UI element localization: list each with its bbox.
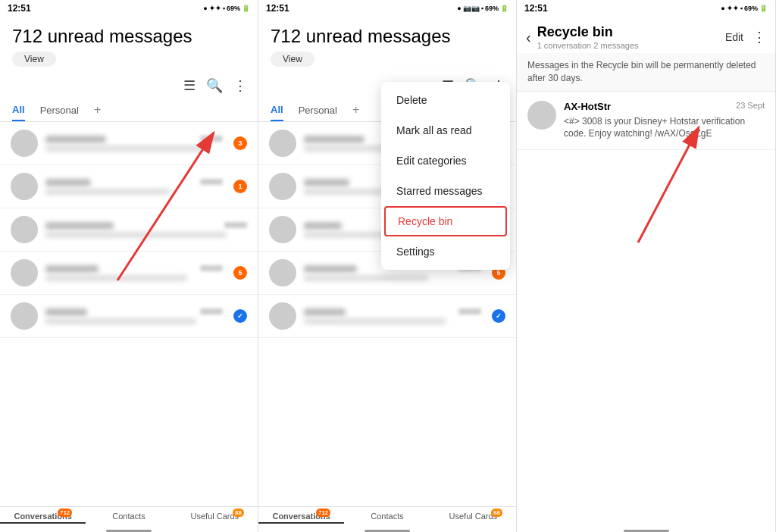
header-1: 712 unread messages View — [0, 17, 258, 73]
dropdown-delete[interactable]: Delete — [381, 85, 510, 115]
dropdown-mark-all-read[interactable]: Mark all as read — [381, 115, 510, 146]
list-item[interactable]: 5 — [0, 252, 258, 295]
avatar — [11, 130, 38, 157]
tab-add-2[interactable]: + — [352, 99, 359, 121]
nav-useful-cards-1[interactable]: Useful Cards 88 — [172, 512, 258, 524]
status-bar-3: 12:51 ● ✦✦ ▪ 69% 🔋 — [517, 0, 775, 17]
conversations-badge-2: 712 — [316, 509, 330, 517]
toolbar-1: ☰ 🔍 ⋮ — [0, 73, 258, 99]
panel-2: 12:51 ● 📷📷 ▪ 69% 🔋 712 unread messages V… — [258, 0, 517, 532]
avatar — [11, 302, 38, 330]
msg-preview — [304, 275, 428, 281]
list-item[interactable]: ✓ — [0, 295, 258, 338]
tab-all-2[interactable]: All — [271, 99, 283, 121]
msg-preview — [45, 318, 196, 324]
msg-name — [304, 308, 346, 316]
msg-badge: 3 — [233, 136, 247, 150]
tab-all-1[interactable]: All — [12, 99, 25, 121]
dropdown-menu: Delete Mark all as read Edit categories … — [381, 82, 510, 270]
more-icon-1[interactable]: ⋮ — [233, 77, 247, 94]
msg-name — [304, 265, 357, 273]
msg-badge: 1 — [233, 180, 247, 193]
time-3: 12:51 — [524, 3, 548, 14]
msg-name — [45, 308, 87, 316]
msg-time — [458, 308, 481, 315]
panel-3: 12:51 ● ✦✦ ▪ 69% 🔋 ‹ Recycle bin 1 conve… — [517, 0, 776, 532]
edit-button[interactable]: Edit — [725, 31, 743, 43]
nav-contacts-1[interactable]: Contacts — [86, 512, 171, 524]
msg-time — [200, 265, 223, 271]
time-2: 12:51 — [266, 3, 289, 14]
nav-useful-cards-2[interactable]: Useful Cards 88 — [430, 512, 516, 524]
unread-count-2: 712 unread messages — [271, 26, 504, 47]
list-item[interactable]: 1 — [0, 165, 258, 208]
unread-count-1: 712 unread messages — [12, 26, 246, 47]
msg-time — [200, 136, 223, 142]
dropdown-settings[interactable]: Settings — [381, 236, 510, 267]
list-item[interactable]: ✓ — [258, 295, 516, 338]
message-list-1: 3 1 5 — [0, 122, 258, 506]
avatar — [11, 259, 38, 286]
nav-conversations-2[interactable]: Conversations 712 — [258, 512, 344, 524]
dropdown-edit-categories[interactable]: Edit categories — [381, 146, 510, 176]
tab-add-1[interactable]: + — [94, 99, 101, 121]
recycle-bin-title: Recycle bin — [537, 24, 719, 40]
recycle-avatar — [527, 101, 556, 130]
msg-time — [200, 179, 223, 185]
msg-name — [45, 179, 91, 186]
nav-conversations-1[interactable]: Conversations 712 — [0, 512, 86, 524]
recycle-notice: Messages in the Recycle bin will be perm… — [517, 53, 775, 92]
msg-badge: ✓ — [492, 309, 505, 323]
view-button-1[interactable]: View — [12, 52, 56, 67]
panel-1: 12:51 ● ✦✦ ▪ 69% 🔋 712 unread messages V… — [0, 0, 258, 532]
avatar — [11, 216, 38, 243]
useful-cards-badge-1: 88 — [233, 509, 244, 517]
bottom-nav-2: Conversations 712 Contacts Useful Cards … — [258, 506, 516, 527]
recycle-subtitle: 1 conversation 2 messages — [537, 41, 719, 50]
conversations-badge-1: 712 — [58, 509, 72, 517]
back-button[interactable]: ‹ — [526, 29, 531, 46]
msg-preview — [45, 189, 170, 195]
recycle-message-item[interactable]: AX-HotStr 23 Sept <#> 3008 is your Disne… — [517, 92, 775, 151]
status-icons-3: ● ✦✦ ▪ 69% 🔋 — [721, 5, 768, 12]
msg-preview — [45, 232, 227, 238]
msg-name — [45, 222, 114, 230]
dropdown-starred-messages[interactable]: Starred messages — [381, 176, 510, 206]
list-item[interactable]: 3 — [0, 122, 258, 165]
filter-icon-1[interactable]: ☰ — [183, 77, 196, 94]
tab-personal-2[interactable]: Personal — [299, 100, 337, 120]
search-icon-1[interactable]: 🔍 — [206, 77, 223, 94]
view-button-2[interactable]: View — [271, 52, 314, 67]
header-2: 712 unread messages View — [258, 17, 516, 73]
msg-preview — [304, 318, 446, 324]
status-bar-2: 12:51 ● 📷📷 ▪ 69% 🔋 — [258, 0, 516, 17]
msg-name — [45, 265, 99, 273]
avatar — [269, 130, 296, 157]
msg-name — [304, 222, 342, 230]
time-1: 12:51 — [8, 3, 31, 14]
status-icons-2: ● 📷📷 ▪ 69% 🔋 — [457, 5, 508, 12]
nav-contacts-2[interactable]: Contacts — [344, 512, 430, 524]
msg-badge: 5 — [233, 266, 247, 280]
avatar — [269, 302, 296, 330]
msg-badge: ✓ — [233, 309, 247, 323]
msg-name — [304, 136, 365, 143]
status-icons-1: ● ✦✦ ▪ 69% 🔋 — [203, 5, 250, 12]
avatar — [11, 173, 38, 200]
msg-preview — [45, 275, 187, 281]
more-button-3[interactable]: ⋮ — [753, 29, 766, 45]
recycle-preview: <#> 3008 is your Disney+ Hotstar verific… — [564, 115, 765, 141]
status-bar-1: 12:51 ● ✦✦ ▪ 69% 🔋 — [0, 0, 258, 17]
avatar — [269, 216, 296, 243]
bottom-nav-1: Conversations 712 Contacts Useful Cards … — [0, 506, 258, 527]
msg-time — [224, 222, 247, 228]
recycle-date: 23 Sept — [736, 101, 765, 112]
recycle-header: ‹ Recycle bin 1 conversation 2 messages … — [517, 17, 775, 53]
tabs-1: All Personal + — [0, 99, 258, 122]
recycle-sender: AX-HotStr — [564, 101, 611, 112]
msg-preview — [45, 146, 205, 152]
tab-personal-1[interactable]: Personal — [40, 100, 79, 120]
msg-name — [45, 136, 106, 143]
list-item[interactable] — [0, 208, 258, 252]
dropdown-recycle-bin[interactable]: Recycle bin — [384, 206, 507, 236]
